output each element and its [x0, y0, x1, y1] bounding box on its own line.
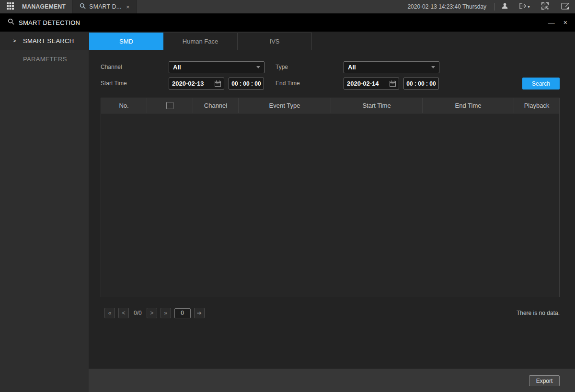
- column-header-start-time: Start Time: [331, 98, 423, 113]
- pagination: « < 0/0 > » 0 ➔: [104, 308, 205, 318]
- apps-menu-button[interactable]: [0, 0, 20, 13]
- display-icon: [561, 3, 569, 11]
- next-page-button[interactable]: >: [147, 308, 157, 318]
- start-time-label: Start Time: [101, 78, 127, 90]
- sidebar-item-label: PARAMETERS: [23, 56, 67, 63]
- main-content: SMD Human Face IVS Channel All Type All …: [89, 32, 575, 392]
- table-header-row: No. Channel Event Type Start Time End Ti…: [101, 98, 559, 113]
- chevron-down-icon: [256, 66, 260, 68]
- type-select[interactable]: All: [344, 61, 439, 73]
- smart-tab-label: SMART D...: [89, 3, 122, 10]
- user-icon: [501, 2, 508, 11]
- column-header-playback: Playback: [514, 98, 559, 113]
- column-header-no: No.: [101, 98, 147, 113]
- column-header-select: [147, 98, 193, 113]
- export-button[interactable]: Export: [529, 375, 560, 386]
- tab-ivs[interactable]: IVS: [238, 33, 312, 50]
- last-page-button[interactable]: »: [161, 308, 171, 318]
- window-title: SMART DETECTION: [19, 19, 80, 26]
- channel-label: Channel: [101, 61, 122, 73]
- system-bar-right: 2020-02-13 14:23:40 Thursday ▾: [400, 0, 575, 13]
- first-page-button[interactable]: «: [104, 308, 115, 318]
- qr-code-icon: [541, 2, 549, 11]
- column-header-event-type: Event Type: [239, 98, 331, 113]
- chevron-down-icon: [431, 66, 435, 68]
- footer-bar: Export: [89, 369, 575, 392]
- tab-close-icon[interactable]: ×: [126, 4, 130, 10]
- tab-management[interactable]: MANAGEMENT: [20, 0, 72, 13]
- minimize-icon[interactable]: —: [548, 19, 555, 26]
- type-select-value: All: [348, 64, 356, 71]
- system-datetime: 2020-02-13 14:23:40 Thursday: [400, 3, 494, 10]
- go-to-page-button[interactable]: ➔: [194, 308, 205, 318]
- apps-grid-icon: [7, 2, 14, 11]
- end-date-value: 2020-02-14: [347, 80, 379, 87]
- end-time-field[interactable]: 00 : 00 : 00: [403, 78, 439, 90]
- no-data-message: There is no data.: [517, 310, 560, 316]
- start-time-field[interactable]: 00 : 00 : 00: [229, 78, 264, 90]
- page-number-input[interactable]: 0: [174, 308, 191, 318]
- tab-smart-detection[interactable]: SMART D... ×: [72, 0, 137, 13]
- search-icon: [80, 3, 86, 11]
- select-all-checkbox[interactable]: [166, 102, 173, 109]
- calendar-icon: [215, 80, 221, 87]
- logout-button[interactable]: ▾: [515, 0, 535, 13]
- sidebar-item-smart-search[interactable]: > SMART SEARCH: [0, 32, 89, 50]
- smart-detection-screen: MANAGEMENT SMART D... × 2020-02-13 14:23…: [0, 0, 575, 392]
- page-info: 0/0: [132, 310, 143, 316]
- prev-page-button[interactable]: <: [118, 308, 129, 318]
- column-header-channel: Channel: [193, 98, 239, 113]
- window-controls: — ×: [548, 19, 567, 26]
- sidebar-item-parameters[interactable]: PARAMETERS: [0, 50, 89, 68]
- channel-select-value: All: [173, 64, 181, 71]
- column-header-end-time: End Time: [423, 98, 514, 113]
- search-icon: [8, 18, 14, 27]
- end-time-label: End Time: [276, 78, 300, 90]
- start-date-field[interactable]: 2020-02-13: [169, 78, 224, 90]
- detection-tabs: SMD Human Face IVS: [89, 33, 312, 50]
- results-table: No. Channel Event Type Start Time End Ti…: [101, 98, 560, 297]
- management-tab-label: MANAGEMENT: [22, 3, 66, 10]
- type-label: Type: [276, 61, 288, 73]
- sidebar-item-label: SMART SEARCH: [23, 37, 74, 45]
- table-body-empty: [101, 113, 559, 297]
- qr-code-button[interactable]: [535, 0, 555, 13]
- channel-select[interactable]: All: [169, 61, 264, 73]
- tab-human-face[interactable]: Human Face: [163, 33, 238, 50]
- start-date-value: 2020-02-13: [172, 80, 204, 87]
- calendar-icon: [390, 80, 396, 87]
- display-output-button[interactable]: [555, 0, 575, 13]
- go-arrow-icon: ➔: [197, 310, 202, 316]
- end-date-field[interactable]: 2020-02-14: [344, 78, 399, 90]
- close-icon[interactable]: ×: [564, 19, 567, 26]
- system-bar: MANAGEMENT SMART D... × 2020-02-13 14:23…: [0, 0, 575, 13]
- sidebar: > SMART SEARCH PARAMETERS: [0, 32, 89, 392]
- window-titlebar: SMART DETECTION — ×: [0, 13, 575, 32]
- user-account-button[interactable]: [494, 0, 515, 13]
- caret-down-icon: ▾: [528, 5, 529, 9]
- active-arrow-icon: >: [13, 38, 16, 44]
- tab-smd[interactable]: SMD: [89, 33, 163, 50]
- search-button[interactable]: Search: [522, 78, 560, 90]
- logout-icon: [519, 3, 527, 11]
